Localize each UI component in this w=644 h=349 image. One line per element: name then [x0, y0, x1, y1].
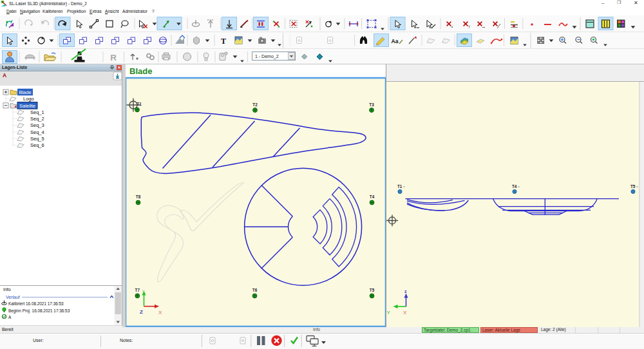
svg-text:X: X [158, 310, 162, 316]
svg-text:Seq_1: Seq_1 [30, 109, 44, 115]
svg-text:Seq_2: Seq_2 [30, 116, 44, 122]
svg-text:Info: Info [3, 287, 11, 292]
svg-text:T3: T3 [369, 102, 374, 107]
svg-text:T7: T7 [135, 288, 140, 292]
svg-text:T1: T1 [137, 102, 142, 106]
svg-text:T8: T8 [136, 194, 141, 199]
svg-text:Z: Z [140, 309, 143, 315]
svg-text:Seq_4: Seq_4 [30, 129, 44, 135]
svg-text:Aa: Aa [392, 38, 399, 44]
svg-text:Blade: Blade [19, 90, 31, 95]
svg-text:T2: T2 [252, 102, 258, 107]
svg-text:Seq_6: Seq_6 [30, 142, 44, 148]
svg-text:T5: T5 [630, 184, 636, 189]
svg-text:Blade: Blade [129, 66, 152, 76]
svg-text:Seq_5: Seq_5 [30, 136, 44, 142]
svg-text:T4: T4 [512, 184, 517, 189]
svg-text:T: T [221, 37, 226, 46]
svg-text:Y: Y [387, 310, 391, 316]
svg-text:Beginn Proj. 16.08.2021 17:36: Beginn Proj. 16.08.2021 17:36:53 [8, 308, 70, 314]
svg-text:Y: Y [142, 289, 145, 294]
svg-text:T6: T6 [252, 288, 258, 292]
svg-text:T1: T1 [397, 184, 402, 189]
svg-text:Logo: Logo [23, 96, 34, 102]
svg-text:A: A [8, 315, 12, 319]
svg-text:T: T [468, 25, 470, 29]
svg-text:T5: T5 [370, 288, 375, 292]
svg-text:Satelite: Satelite [19, 103, 35, 109]
svg-text:R: R [110, 53, 117, 62]
svg-text:z: z [404, 289, 407, 294]
svg-text:Seq_3: Seq_3 [30, 122, 44, 128]
svg-text:Kalibriert 16.08.2021 17:36:5: Kalibriert 16.08.2021 17:36:53 [8, 301, 64, 306]
svg-text:T4: T4 [370, 194, 375, 199]
svg-text:Verlauf: Verlauf [6, 295, 20, 299]
svg-text:1 - Demo_2: 1 - Demo_2 [255, 54, 279, 59]
svg-text:X: X [403, 310, 407, 316]
